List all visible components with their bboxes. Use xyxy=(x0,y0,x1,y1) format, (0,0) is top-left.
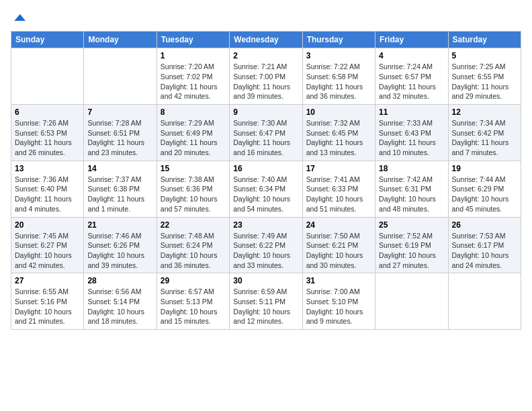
svg-marker-0 xyxy=(14,14,26,21)
calendar-cell: 23Sunrise: 7:49 AM Sunset: 6:22 PM Dayli… xyxy=(230,217,302,273)
calendar-cell: 10Sunrise: 7:32 AM Sunset: 6:45 PM Dayli… xyxy=(302,105,375,161)
calendar-cell: 29Sunrise: 6:57 AM Sunset: 5:13 PM Dayli… xyxy=(157,273,229,330)
calendar-cell: 13Sunrise: 7:36 AM Sunset: 6:40 PM Dayli… xyxy=(11,161,84,217)
day-info: Sunrise: 7:38 AM Sunset: 6:36 PM Dayligh… xyxy=(161,175,226,214)
day-number: 12 xyxy=(452,107,517,117)
day-number: 2 xyxy=(233,51,298,60)
calendar-cell: 5Sunrise: 7:25 AM Sunset: 6:55 PM Daylig… xyxy=(448,48,521,105)
calendar-cell: 21Sunrise: 7:46 AM Sunset: 6:26 PM Dayli… xyxy=(84,217,157,273)
calendar-cell: 16Sunrise: 7:40 AM Sunset: 6:34 PM Dayli… xyxy=(230,161,302,217)
day-number: 27 xyxy=(15,276,80,285)
day-number: 28 xyxy=(87,276,152,285)
day-number: 5 xyxy=(452,51,517,60)
day-number: 23 xyxy=(233,220,298,230)
weekday-header-friday: Friday xyxy=(375,32,448,48)
day-number: 7 xyxy=(87,107,152,117)
calendar-cell: 2Sunrise: 7:21 AM Sunset: 7:00 PM Daylig… xyxy=(230,48,302,105)
weekday-header-sunday: Sunday xyxy=(11,32,84,48)
weekday-header-saturday: Saturday xyxy=(448,32,521,48)
day-info: Sunrise: 7:20 AM Sunset: 7:02 PM Dayligh… xyxy=(161,62,226,101)
day-info: Sunrise: 6:55 AM Sunset: 5:16 PM Dayligh… xyxy=(15,287,80,326)
day-info: Sunrise: 6:59 AM Sunset: 5:11 PM Dayligh… xyxy=(233,287,298,326)
calendar-table: SundayMondayTuesdayWednesdayThursdayFrid… xyxy=(11,31,521,330)
day-number: 20 xyxy=(15,220,80,230)
calendar-cell: 27Sunrise: 6:55 AM Sunset: 5:16 PM Dayli… xyxy=(11,273,84,330)
day-info: Sunrise: 7:28 AM Sunset: 6:51 PM Dayligh… xyxy=(87,118,152,158)
calendar-cell xyxy=(448,273,521,330)
calendar-header: SundayMondayTuesdayWednesdayThursdayFrid… xyxy=(11,32,521,48)
day-number: 17 xyxy=(306,164,371,173)
day-number: 1 xyxy=(161,51,226,60)
weekday-header-tuesday: Tuesday xyxy=(157,32,229,48)
day-info: Sunrise: 7:36 AM Sunset: 6:40 PM Dayligh… xyxy=(15,175,80,214)
day-number: 31 xyxy=(306,276,371,285)
day-info: Sunrise: 7:00 AM Sunset: 5:10 PM Dayligh… xyxy=(306,287,371,326)
calendar-week-row: 27Sunrise: 6:55 AM Sunset: 5:16 PM Dayli… xyxy=(11,273,521,330)
day-info: Sunrise: 7:42 AM Sunset: 6:31 PM Dayligh… xyxy=(379,175,444,214)
calendar-cell: 1Sunrise: 7:20 AM Sunset: 7:02 PM Daylig… xyxy=(157,48,229,105)
day-info: Sunrise: 6:56 AM Sunset: 5:14 PM Dayligh… xyxy=(87,287,152,326)
day-info: Sunrise: 7:22 AM Sunset: 6:58 PM Dayligh… xyxy=(306,62,371,101)
day-number: 25 xyxy=(379,220,444,230)
calendar-week-row: 6Sunrise: 7:26 AM Sunset: 6:53 PM Daylig… xyxy=(11,105,521,161)
logo-icon xyxy=(12,11,26,24)
day-info: Sunrise: 7:21 AM Sunset: 7:00 PM Dayligh… xyxy=(233,62,298,101)
day-info: Sunrise: 7:26 AM Sunset: 6:53 PM Dayligh… xyxy=(15,118,80,158)
day-number: 26 xyxy=(452,220,517,230)
calendar-cell: 26Sunrise: 7:53 AM Sunset: 6:17 PM Dayli… xyxy=(448,217,521,273)
day-info: Sunrise: 7:24 AM Sunset: 6:57 PM Dayligh… xyxy=(379,62,444,101)
day-info: Sunrise: 7:41 AM Sunset: 6:33 PM Dayligh… xyxy=(306,175,371,214)
day-number: 3 xyxy=(306,51,371,60)
logo xyxy=(11,11,26,24)
calendar-cell: 6Sunrise: 7:26 AM Sunset: 6:53 PM Daylig… xyxy=(11,105,84,161)
day-info: Sunrise: 7:44 AM Sunset: 6:29 PM Dayligh… xyxy=(452,175,517,214)
calendar-cell: 19Sunrise: 7:44 AM Sunset: 6:29 PM Dayli… xyxy=(448,161,521,217)
calendar-cell: 8Sunrise: 7:29 AM Sunset: 6:49 PM Daylig… xyxy=(157,105,229,161)
day-number: 11 xyxy=(379,107,444,117)
day-number: 24 xyxy=(306,220,371,230)
day-info: Sunrise: 7:34 AM Sunset: 6:42 PM Dayligh… xyxy=(452,118,517,158)
calendar-cell xyxy=(11,48,84,105)
calendar-cell: 28Sunrise: 6:56 AM Sunset: 5:14 PM Dayli… xyxy=(84,273,157,330)
day-info: Sunrise: 7:25 AM Sunset: 6:55 PM Dayligh… xyxy=(452,62,517,101)
day-info: Sunrise: 7:50 AM Sunset: 6:21 PM Dayligh… xyxy=(306,231,371,271)
calendar-cell xyxy=(375,273,448,330)
calendar-cell: 20Sunrise: 7:45 AM Sunset: 6:27 PM Dayli… xyxy=(11,217,84,273)
day-number: 22 xyxy=(161,220,226,230)
calendar-cell: 11Sunrise: 7:33 AM Sunset: 6:43 PM Dayli… xyxy=(375,105,448,161)
page-header xyxy=(11,11,521,24)
day-info: Sunrise: 7:40 AM Sunset: 6:34 PM Dayligh… xyxy=(233,175,298,214)
day-info: Sunrise: 7:32 AM Sunset: 6:45 PM Dayligh… xyxy=(306,118,371,158)
day-number: 14 xyxy=(87,164,152,173)
calendar-cell xyxy=(84,48,157,105)
calendar-cell: 17Sunrise: 7:41 AM Sunset: 6:33 PM Dayli… xyxy=(302,161,375,217)
day-number: 15 xyxy=(161,164,226,173)
day-number: 8 xyxy=(161,107,226,117)
calendar-week-row: 13Sunrise: 7:36 AM Sunset: 6:40 PM Dayli… xyxy=(11,161,521,217)
day-info: Sunrise: 7:46 AM Sunset: 6:26 PM Dayligh… xyxy=(87,231,152,271)
day-number: 19 xyxy=(452,164,517,173)
day-number: 13 xyxy=(15,164,80,173)
day-number: 29 xyxy=(161,276,226,285)
day-number: 6 xyxy=(15,107,80,117)
calendar-cell: 25Sunrise: 7:52 AM Sunset: 6:19 PM Dayli… xyxy=(375,217,448,273)
calendar-cell: 3Sunrise: 7:22 AM Sunset: 6:58 PM Daylig… xyxy=(302,48,375,105)
calendar-cell: 31Sunrise: 7:00 AM Sunset: 5:10 PM Dayli… xyxy=(302,273,375,330)
day-info: Sunrise: 7:52 AM Sunset: 6:19 PM Dayligh… xyxy=(379,231,444,271)
calendar-cell: 22Sunrise: 7:48 AM Sunset: 6:24 PM Dayli… xyxy=(157,217,229,273)
day-number: 9 xyxy=(233,107,298,117)
calendar-cell: 7Sunrise: 7:28 AM Sunset: 6:51 PM Daylig… xyxy=(84,105,157,161)
calendar-week-row: 20Sunrise: 7:45 AM Sunset: 6:27 PM Dayli… xyxy=(11,217,521,273)
calendar-body: 1Sunrise: 7:20 AM Sunset: 7:02 PM Daylig… xyxy=(11,48,521,330)
day-info: Sunrise: 7:45 AM Sunset: 6:27 PM Dayligh… xyxy=(15,231,80,271)
day-number: 18 xyxy=(379,164,444,173)
day-info: Sunrise: 7:53 AM Sunset: 6:17 PM Dayligh… xyxy=(452,231,517,271)
weekday-header-monday: Monday xyxy=(84,32,157,48)
weekday-header-wednesday: Wednesday xyxy=(230,32,302,48)
day-number: 21 xyxy=(87,220,152,230)
calendar-cell: 9Sunrise: 7:30 AM Sunset: 6:47 PM Daylig… xyxy=(230,105,302,161)
day-info: Sunrise: 7:49 AM Sunset: 6:22 PM Dayligh… xyxy=(233,231,298,271)
calendar-week-row: 1Sunrise: 7:20 AM Sunset: 7:02 PM Daylig… xyxy=(11,48,521,105)
calendar-cell: 12Sunrise: 7:34 AM Sunset: 6:42 PM Dayli… xyxy=(448,105,521,161)
weekday-header-thursday: Thursday xyxy=(302,32,375,48)
